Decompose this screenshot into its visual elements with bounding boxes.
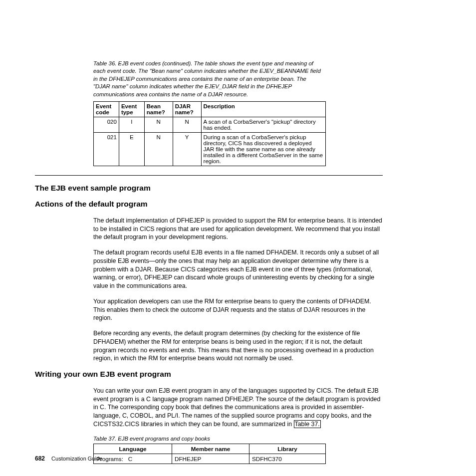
th-language: Language [94,444,172,454]
table37-caption: Table 37. EJB event programs and copy bo… [93,436,383,442]
cell-event-code: 020 [94,117,119,132]
cell-event-type: I [119,117,144,132]
page: Table 36. EJB event codes (continued). T… [0,0,476,476]
heading-writing-own: Writing your own EJB event program [35,370,383,379]
th-bean-name: Bean name? [144,101,173,117]
table-row: 020 I N N A scan of a CorbaServer's "pic… [94,117,326,132]
cell-djar-name: Y [173,132,201,166]
cell-djar-name: N [173,117,201,132]
paragraph-text: You can write your own EJB event program… [93,387,380,428]
paragraph: Your application developers can use the … [93,297,383,322]
heading-ejb-sample: The EJB event sample program [35,184,383,193]
footer-title: Customization Guide [51,456,102,462]
th-djar-name: DJAR name? [173,101,201,117]
cell-bean-name: N [144,117,173,132]
th-library: Library [249,444,325,454]
heading-actions-default: Actions of the default program [35,200,383,209]
language-value: C [128,456,132,462]
table36-caption: Table 36. EJB event codes (continued). T… [93,60,323,98]
cell-member: DFHEJEP [172,454,249,464]
cell-event-code: 021 [94,132,119,166]
paragraph: The default program records useful EJB e… [93,248,383,290]
table-36: Event code Event type Bean name? DJAR na… [93,101,326,166]
th-member: Member name [172,444,249,454]
table37-header-row: Language Member name Library [94,444,326,454]
table-reference-link[interactable]: Table 37. [294,420,321,428]
paragraph: You can write your own EJB event program… [93,387,383,429]
table-row: 021 E N Y During a scan of a CorbaServer… [94,132,326,166]
th-event-code: Event code [94,101,119,117]
table-37: Language Member name Library Programs: C… [93,444,326,464]
table-row: Programs: C DFHEJEP SDFHC370 [94,454,326,464]
table36-header-row: Event code Event type Bean name? DJAR na… [94,101,326,117]
body-text: The default implementation of DFHEJEP is… [93,217,383,363]
page-footer: 682 Customization Guide [35,455,102,462]
body-text-2: You can write your own EJB event program… [93,387,383,429]
paragraph: The default implementation of DFHEJEP is… [93,217,383,241]
cell-event-type: E [119,132,144,166]
cell-description: During a scan of a CorbaServer's pickup … [201,132,325,166]
cell-language: Programs: C [94,454,172,464]
cell-description: A scan of a CorbaServer's "pickup" direc… [201,117,325,132]
th-description: Description [201,101,325,117]
cell-bean-name: N [144,132,173,166]
section-rule [35,175,383,176]
cell-library: SDFHC370 [249,454,325,464]
page-number: 682 [35,455,45,462]
th-event-type: Event type [119,101,144,117]
paragraph: Before recording any events, the default… [93,329,383,363]
